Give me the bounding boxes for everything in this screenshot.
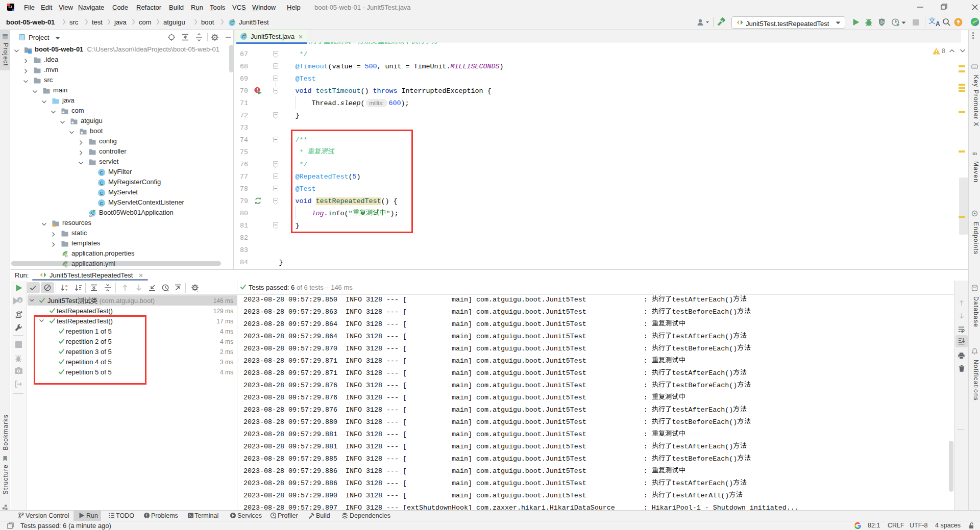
- svg-text:9: 9: [18, 298, 21, 303]
- svg-text:C: C: [100, 201, 104, 206]
- svg-text:C: C: [100, 170, 104, 175]
- svg-text:C: C: [100, 191, 104, 196]
- svg-text:C: C: [100, 181, 104, 186]
- svg-text:z: z: [65, 288, 67, 292]
- svg-text:m: m: [972, 150, 977, 156]
